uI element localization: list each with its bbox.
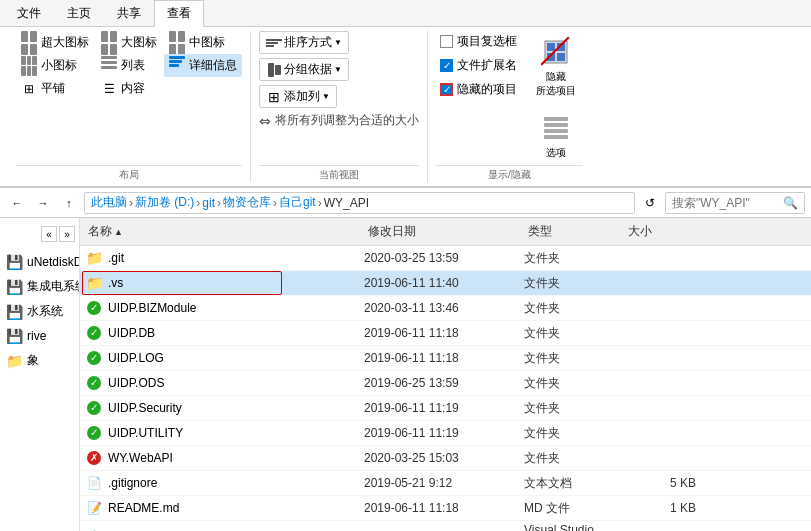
search-icon[interactable]: 🔍 — [783, 196, 798, 210]
sidebar-item-water[interactable]: 💾 水系统 — [0, 299, 79, 324]
col-header-size[interactable]: 大小 — [620, 221, 700, 242]
file-row-git[interactable]: 📁 .git 2020-03-25 13:59 文件夹 — [80, 246, 811, 271]
content-btn[interactable]: ☰ 内容 — [96, 77, 162, 100]
tile-icon: ⊞ — [21, 81, 37, 97]
git-name: .git — [108, 251, 364, 265]
file-row-db[interactable]: ✓ UIDP.DB 2019-06-11 11:18 文件夹 — [80, 321, 811, 346]
super-large-btn[interactable]: 超大图标 — [16, 31, 94, 54]
sidebar-item-rive[interactable]: 💾 rive — [0, 324, 79, 348]
file-row-ods[interactable]: ✓ UIDP.ODS 2019-06-25 13:59 文件夹 — [80, 371, 811, 396]
sidebar-item-obj[interactable]: 📁 象 — [0, 348, 79, 373]
breadcrumb-warehouse[interactable]: 物资仓库 — [223, 194, 271, 211]
current-view-group: 排序方式 ▼ 分组依据 — [251, 31, 428, 182]
sort-btn[interactable]: 排序方式 ▼ — [259, 31, 349, 54]
detail-btn[interactable]: 详细信息 — [164, 54, 242, 77]
security-icon: ✓ — [84, 398, 104, 418]
medium-icon — [169, 35, 185, 51]
refresh-btn[interactable]: ↺ — [639, 192, 661, 214]
svg-rect-8 — [544, 129, 568, 133]
search-input[interactable] — [672, 196, 783, 210]
security-date: 2019-06-11 11:19 — [364, 401, 524, 415]
ext-checkbox-label: 文件扩展名 — [457, 57, 517, 74]
medium-btn[interactable]: 中图标 — [164, 31, 242, 54]
group-btn[interactable]: 分组依据 ▼ — [259, 58, 349, 81]
vs-icon: 📁 — [84, 273, 104, 293]
file-row-gitignore[interactable]: 📄 .gitignore 2019-05-21 9:12 文本文档 5 KB — [80, 471, 811, 496]
utility-green-badge: ✓ — [87, 426, 101, 440]
medium-label: 中图标 — [189, 34, 225, 51]
sidebar-item-unetdisk-label: uNetdiskD — [27, 255, 79, 269]
file-row-vs[interactable]: 📁 .vs 2019-06-11 11:40 文件夹 — [80, 271, 811, 296]
small-label: 小图标 — [41, 57, 77, 74]
green-badge: ✓ — [87, 301, 101, 315]
tab-file[interactable]: 文件 — [4, 0, 54, 26]
tab-share[interactable]: 共享 — [104, 0, 154, 26]
large-icon — [101, 35, 117, 51]
layout-col1: 超大图标 小图标 ⊞ 平铺 — [16, 31, 94, 100]
gitignore-type: 文本文档 — [524, 475, 624, 492]
git-icon: 📁 — [84, 248, 104, 268]
proj-checkbox-item[interactable]: 项目复选框 — [436, 31, 521, 52]
security-green-badge: ✓ — [87, 401, 101, 415]
breadcrumb-self[interactable]: 自己git — [279, 194, 316, 211]
addcol-btn[interactable]: ⊞ 添加列 ▼ — [259, 85, 337, 108]
file-row-security[interactable]: ✓ UIDP.Security 2019-06-11 11:19 文件夹 — [80, 396, 811, 421]
small-btn[interactable]: 小图标 — [16, 54, 94, 77]
file-row-log[interactable]: ✓ UIDP.LOG 2019-06-11 11:18 文件夹 — [80, 346, 811, 371]
hidden-checkbox-item[interactable]: ✓ 隐藏的项目 — [436, 79, 521, 100]
file-row-readme[interactable]: 📝 README.md 2019-06-11 11:18 MD 文件 1 KB — [80, 496, 811, 521]
readme-name: README.md — [108, 501, 364, 515]
proj-checkbox-label: 项目复选框 — [457, 33, 517, 50]
file-row-utility[interactable]: ✓ UIDP.UTILITY 2019-06-11 11:19 文件夹 — [80, 421, 811, 446]
layout-group-label: 布局 — [16, 165, 242, 182]
large-btn[interactable]: 大图标 — [96, 31, 162, 54]
col-header-date[interactable]: 修改日期 — [360, 221, 520, 242]
col-header-type[interactable]: 类型 — [520, 221, 620, 242]
breadcrumb[interactable]: 此电脑 › 新加卷 (D:) › git › 物资仓库 › 自己git › WY… — [84, 192, 635, 214]
breadcrumb-drive[interactable]: 新加卷 (D:) — [135, 194, 194, 211]
tile-btn[interactable]: ⊞ 平铺 — [16, 77, 94, 100]
show-hide-items: 项目复选框 ✓ 文件扩展名 ✓ 隐藏的项目 — [436, 31, 583, 165]
collapse-btn[interactable]: « — [41, 226, 57, 242]
forward-btn[interactable]: → — [32, 192, 54, 214]
hide-label: 隐藏 所选项目 — [536, 70, 576, 98]
proj-checkbox[interactable] — [440, 35, 453, 48]
search-box: 🔍 — [665, 192, 805, 214]
ods-type: 文件夹 — [524, 375, 624, 392]
file-row-sln[interactable]: 📋 WY.WebAPI.sln 2019-06-11 11:30 Visual … — [80, 521, 811, 531]
file-row-bizmodule[interactable]: ✓ UIDP.BIZModule 2020-03-11 13:46 文件夹 — [80, 296, 811, 321]
tab-home[interactable]: 主页 — [54, 0, 104, 26]
back-btn[interactable]: ← — [6, 192, 28, 214]
options-btn[interactable]: 选项 — [529, 107, 583, 165]
breadcrumb-pc[interactable]: 此电脑 — [91, 194, 127, 211]
sidebar-item-unetdisk[interactable]: 💾 uNetdiskD — [0, 250, 79, 274]
sort-label: 排序方式 — [284, 34, 332, 51]
sidebar-item-integrated[interactable]: 💾 集成电系统 — [0, 274, 79, 299]
sidebar-item-water-label: 水系统 — [27, 303, 63, 320]
sort-arrow: ▼ — [334, 38, 342, 47]
webapi-name: WY.WebAPI — [108, 451, 364, 465]
layout-group: 超大图标 小图标 ⊞ 平铺 — [8, 31, 251, 182]
bizmodule-date: 2020-03-11 13:46 — [364, 301, 524, 315]
db-type: 文件夹 — [524, 325, 624, 342]
db-icon: ✓ — [84, 323, 104, 343]
breadcrumb-git[interactable]: git — [202, 196, 215, 210]
ext-checkbox-item[interactable]: ✓ 文件扩展名 — [436, 55, 521, 76]
tab-view[interactable]: 查看 — [154, 0, 204, 27]
hidden-checkbox[interactable]: ✓ — [440, 83, 453, 96]
small-icon — [21, 58, 37, 74]
ods-green-badge: ✓ — [87, 376, 101, 390]
addcol-row: ⊞ 添加列 ▼ — [259, 85, 337, 108]
file-row-webapi[interactable]: ✗ WY.WebAPI 2020-03-25 15:03 文件夹 — [80, 446, 811, 471]
col-header-name[interactable]: 名称 ▲ — [80, 221, 360, 242]
sort-arrow-name: ▲ — [114, 227, 123, 237]
readme-icon: 📝 — [84, 498, 104, 518]
hide-selected-btn[interactable]: 隐藏 所选项目 — [529, 31, 583, 103]
log-green-badge: ✓ — [87, 351, 101, 365]
fitcol-btn[interactable]: ⇔ 将所有列调整为合适的大小 — [259, 112, 419, 129]
utility-date: 2019-06-11 11:19 — [364, 426, 524, 440]
ext-checkbox[interactable]: ✓ — [440, 59, 453, 72]
up-btn[interactable]: ↑ — [58, 192, 80, 214]
list-btn[interactable]: 列表 — [96, 54, 162, 77]
expand-btn[interactable]: » — [59, 226, 75, 242]
